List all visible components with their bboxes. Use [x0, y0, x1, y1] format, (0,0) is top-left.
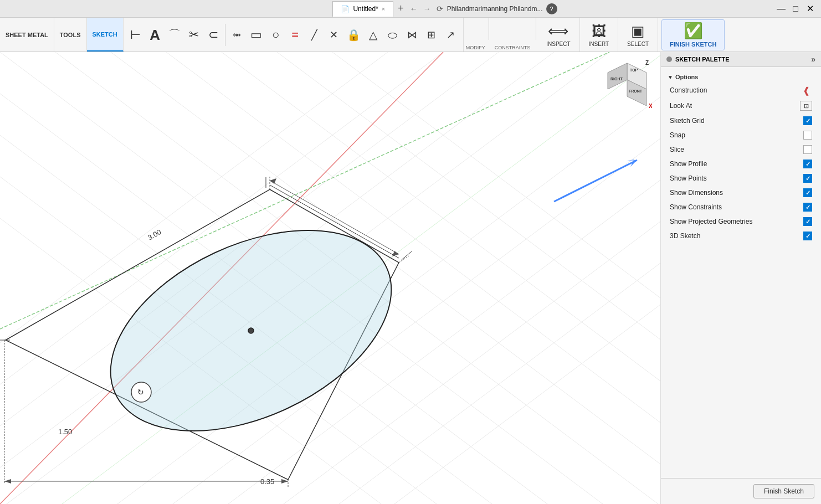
show-constraints-row: Show Constraints [661, 200, 821, 214]
select-button[interactable]: ▣ SELECT [622, 19, 654, 50]
add-tab-button[interactable]: + [396, 3, 406, 14]
palette-status-dot [666, 56, 672, 62]
snap-row: Snap [661, 128, 821, 142]
finish-sketch-panel-button[interactable]: Finish Sketch [753, 484, 814, 498]
finish-sketch-toolbar-button[interactable]: ✅ FINISH SKETCH [661, 19, 725, 50]
mirror-tool-button[interactable]: ⋈ [403, 20, 421, 49]
canvas-area[interactable]: ↻ 3.00 1.50 0.35 [0, 52, 660, 504]
trim-icon: ✂ [189, 29, 199, 41]
svg-point-34 [248, 328, 254, 333]
arc-tool-button[interactable]: ⌒ [166, 20, 183, 49]
snap-label: Snap [670, 131, 685, 139]
show-projected-row: Show Projected Geometries [661, 214, 821, 229]
show-projected-label: Show Projected Geometries [670, 218, 752, 225]
close-window-button[interactable]: ✕ [803, 2, 817, 16]
triangle-tool-button[interactable]: △ [365, 20, 382, 49]
tab-title: Untitled* [353, 5, 378, 13]
inspect-button[interactable]: ⟺ INSPECT [541, 19, 576, 50]
finish-sketch-panel: Finish Sketch [661, 478, 821, 504]
sketch-palette-header: SKETCH PALETTE » [661, 52, 821, 67]
options-section: ▼ Options Construction ❰ Look At ⊡ Sketc… [661, 67, 821, 248]
rectangle-tool-button[interactable]: ▭ [248, 20, 265, 49]
palette-toggle-button[interactable]: » [811, 55, 815, 64]
nav-refresh-icon[interactable]: ⟳ [435, 4, 445, 13]
circle-tool-button[interactable]: ○ [267, 20, 285, 49]
show-dimensions-label: Show Dimensions [670, 189, 723, 197]
svg-text:TOP: TOP [630, 68, 638, 72]
look-at-icon-button[interactable]: ⊡ [800, 101, 812, 111]
show-projected-checkbox[interactable] [803, 217, 812, 226]
show-constraints-label: Show Constraints [670, 203, 722, 211]
sketch-grid-checkbox[interactable] [803, 116, 812, 125]
close-tab-button[interactable]: × [382, 6, 385, 12]
toolbar-sheet-metal[interactable]: SHEET METAL [0, 18, 54, 52]
tab-bar: 📄 Untitled* × + ← → ⟳ Philandmarimanning… [115, 1, 774, 17]
slice-label: Slice [670, 146, 684, 153]
slice-checkbox[interactable] [803, 145, 812, 154]
show-points-row: Show Points [661, 171, 821, 186]
construction-label: Construction [670, 86, 707, 94]
sketch-3d-label: 3D Sketch [670, 232, 700, 240]
look-at-icon: ⊡ [804, 102, 809, 110]
construction-icon[interactable]: ❰ [800, 85, 812, 95]
sketch-grid-label: Sketch Grid [670, 117, 705, 125]
finish-sketch-icon: ✅ [684, 22, 703, 40]
insert-icon: 🖼 [592, 23, 606, 40]
nav-forward-icon[interactable]: → [422, 4, 433, 13]
separator1 [225, 24, 225, 46]
svg-text:↻: ↻ [137, 388, 144, 397]
toolbar-tools[interactable]: TOOLS [54, 18, 87, 52]
select-label: SELECT [627, 41, 649, 47]
triangle-icon: △ [369, 29, 377, 40]
nav-back-icon[interactable]: ← [408, 4, 419, 13]
active-tab[interactable]: 📄 Untitled* × [332, 1, 393, 17]
spline-button[interactable]: ↗ [442, 20, 460, 49]
sketch-dim-icon: ⥈ [233, 30, 241, 40]
insert-button[interactable]: 🖼 INSERT [583, 19, 615, 50]
offset-tool-button[interactable]: ⊂ [204, 20, 222, 49]
spline-icon: ↗ [447, 30, 455, 40]
x-constraint-button[interactable]: ✕ [325, 20, 343, 49]
lock-button[interactable]: 🔒 [345, 20, 363, 49]
show-points-checkbox[interactable] [803, 174, 812, 183]
line-tool-button[interactable]: ⊢ [127, 20, 145, 49]
help-button[interactable]: ? [546, 3, 557, 14]
sketch-tools-group: ⊢ A ⌒ ✂ ⊂ ⥈ ▭ ○ = [124, 18, 464, 52]
options-arrow-icon: ▼ [668, 74, 673, 80]
equal-constraint-button[interactable]: = [286, 20, 304, 49]
ellipse-tool-button[interactable]: ⬭ [384, 20, 402, 49]
constraints-section: CONSTRAINTS [490, 18, 535, 52]
snap-checkbox[interactable] [803, 131, 812, 140]
separator2 [489, 18, 489, 40]
show-constraints-checkbox[interactable] [803, 203, 812, 212]
view-cube[interactable]: TOP FRONT RIGHT Z X [602, 60, 652, 110]
construction-row: Construction ❰ [661, 83, 821, 98]
lock-icon: 🔒 [347, 29, 361, 40]
options-header[interactable]: ▼ Options [661, 71, 821, 83]
x-constraint-icon: ✕ [330, 30, 338, 40]
equal-icon: = [291, 29, 299, 41]
show-profile-checkbox[interactable] [803, 160, 812, 168]
tab-icon: 📄 [341, 5, 350, 13]
sketch-dim-button[interactable]: ⥈ [228, 20, 246, 49]
trim-tool-button[interactable]: ✂ [185, 20, 203, 49]
minimize-button[interactable]: — [774, 2, 788, 16]
maximize-button[interactable]: □ [789, 2, 802, 16]
show-dimensions-checkbox[interactable] [803, 188, 812, 197]
modify-label: MODIFY [466, 45, 485, 50]
sketch-3d-row: 3D Sketch [661, 229, 821, 243]
options-label: Options [675, 74, 699, 80]
show-profile-row: Show Profile [661, 157, 821, 171]
toolbar: SHEET METAL TOOLS SKETCH ⊢ A ⌒ ✂ ⊂ ⥈ [0, 18, 821, 52]
rect-pattern-button[interactable]: ⊞ [423, 20, 440, 49]
finish-sketch-section: ✅ FINISH SKETCH [658, 18, 728, 52]
toolbar-sketch[interactable]: SKETCH [87, 18, 124, 52]
svg-text:1.50: 1.50 [58, 428, 72, 436]
sketch-label: SKETCH [93, 31, 117, 38]
svg-text:Z: Z [645, 60, 649, 66]
text-tool-button[interactable]: A [146, 20, 164, 49]
sketch-3d-checkbox[interactable] [803, 232, 812, 240]
user-area: Philandmarimanning Philandm... ? [447, 3, 557, 14]
angle-line-button[interactable]: ╱ [306, 20, 324, 49]
angle-line-icon: ╱ [311, 30, 317, 40]
